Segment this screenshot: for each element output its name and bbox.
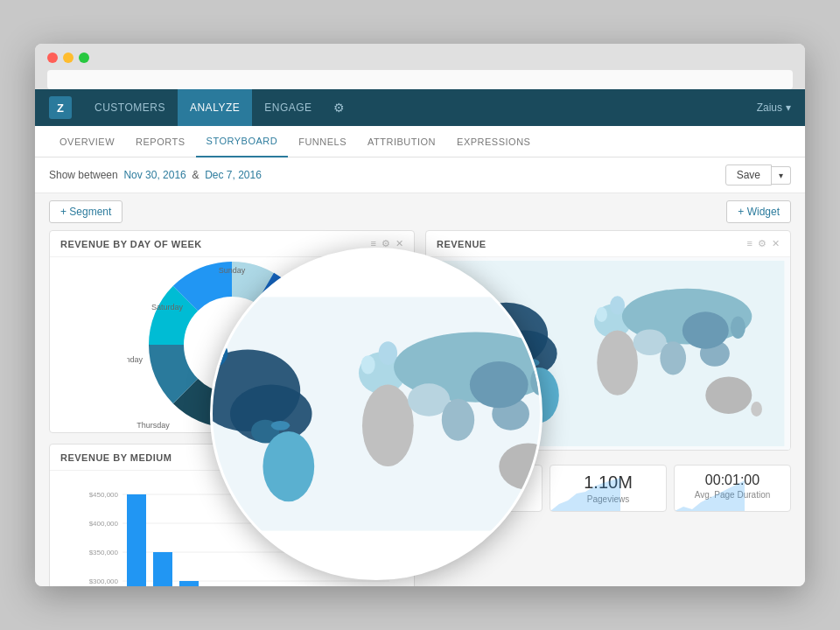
tab-reports[interactable]: REPORTS <box>125 126 195 158</box>
revenue-by-day-widget: REVENUE BY DAY OF WEEK ≡ ⚙ ✕ <box>49 230 415 433</box>
widget-actions: ≡ ⚙ ✕ <box>371 238 403 249</box>
address-bar[interactable] <box>47 70 793 89</box>
visits-sparkline <box>426 476 496 511</box>
date-from[interactable]: Nov 30, 2016 <box>123 169 186 181</box>
close-icon[interactable]: ✕ <box>396 238 403 249</box>
svg-point-39 <box>751 402 762 416</box>
stat-duration: 00:01:00 Avg. Page Duration <box>674 465 791 512</box>
tab-overview[interactable]: OVERVIEW <box>49 126 125 158</box>
svg-rect-18 <box>127 494 146 586</box>
dashboard-grid: REVENUE BY DAY OF WEEK ≡ ⚙ ✕ <box>35 230 805 586</box>
duration-sparkline <box>675 476 745 511</box>
revenue-map-widget: REVENUE ≡ ⚙ ✕ <box>425 230 791 451</box>
save-dropdown-arrow[interactable]: ▾ <box>772 166 791 185</box>
svg-text:Wednesday: Wednesday <box>302 303 337 312</box>
map-body <box>426 257 790 450</box>
tab-funnels[interactable]: FUNNELS <box>288 126 357 158</box>
svg-point-36 <box>682 312 729 348</box>
close-icon[interactable]: ✕ <box>772 238 780 249</box>
svg-text:$350,000: $350,000 <box>89 549 119 556</box>
stat-pageviews: 1.10M Pageviews <box>550 465 667 512</box>
svg-point-29 <box>596 307 607 322</box>
settings-icon[interactable]: ⚙ <box>758 238 766 249</box>
svg-point-30 <box>610 296 625 314</box>
svg-text:Tuesday: Tuesday <box>217 421 248 430</box>
settings-icon[interactable]: ⚙ <box>382 452 390 463</box>
svg-text:Monday: Monday <box>127 355 143 364</box>
left-column: REVENUE BY DAY OF WEEK ≡ ⚙ ✕ <box>49 230 415 586</box>
save-button[interactable]: Save <box>725 164 772 186</box>
action-bar: + Segment + Widget <box>35 193 805 230</box>
nav-user: Zaius ▾ <box>757 102 791 114</box>
widget-actions-map: ≡ ⚙ ✕ <box>747 238 780 249</box>
stats-row: 468.59k Visits 1.10M Pageviews <box>425 465 791 512</box>
svg-text:$450,000: $450,000 <box>89 491 119 499</box>
nav-item-engage[interactable]: ENGAGE <box>252 89 324 126</box>
svg-text:Sunday: Sunday <box>219 266 246 275</box>
bar-chart: $450,000 $400,000 $350,000 $300,000 $250… <box>60 484 403 586</box>
svg-point-34 <box>660 341 686 374</box>
tab-attribution[interactable]: ATTRIBUTION <box>357 126 446 158</box>
add-widget-button[interactable]: + Widget <box>726 200 791 223</box>
add-segment-button[interactable]: + Segment <box>49 200 122 223</box>
minimize-button[interactable] <box>63 52 74 63</box>
svg-marker-43 <box>550 478 620 511</box>
svg-text:Thursday: Thursday <box>136 421 170 430</box>
close-icon[interactable]: ✕ <box>396 452 403 463</box>
nav-logo: Z <box>49 96 72 119</box>
top-nav: Z CUSTOMERS ANALYZE ENGAGE ⚙ Zaius ▾ <box>35 89 805 126</box>
donut-chart-body: Sunday Wednesday Friday Tuesday Thursday… <box>50 257 414 432</box>
svg-marker-42 <box>426 479 496 511</box>
tab-expressions[interactable]: EXPRESSIONS <box>446 126 541 158</box>
svg-point-37 <box>731 317 746 339</box>
browser-window: Z CUSTOMERS ANALYZE ENGAGE ⚙ Zaius ▾ OVE… <box>35 44 805 586</box>
svg-point-40 <box>457 292 490 318</box>
svg-rect-19 <box>153 552 172 586</box>
chevron-down-icon: ▾ <box>786 102 791 114</box>
bar-chart-body: $450,000 $400,000 $350,000 $300,000 $250… <box>50 471 414 586</box>
svg-point-41 <box>525 359 540 366</box>
nav-item-customers[interactable]: CUSTOMERS <box>82 89 178 126</box>
svg-point-27 <box>518 368 559 424</box>
world-map-svg <box>430 261 787 446</box>
show-between-label: Show between Nov 30, 2016 & Dec 7, 2016 <box>49 169 262 181</box>
hamburger-icon[interactable]: ≡ <box>747 238 752 249</box>
svg-text:$400,000: $400,000 <box>89 520 119 528</box>
nav-item-analyze[interactable]: ANALYZE <box>178 89 252 126</box>
widget-title-day: REVENUE BY DAY OF WEEK <box>60 239 202 249</box>
date-to[interactable]: Dec 7, 2016 <box>205 169 262 181</box>
widget-actions-medium: ≡ ⚙ ✕ <box>371 452 403 463</box>
svg-point-38 <box>705 377 752 414</box>
svg-text:Friday: Friday <box>298 364 320 373</box>
settings-icon[interactable]: ⚙ <box>382 238 390 249</box>
tab-storyboard[interactable]: STORYBOARD <box>196 126 289 158</box>
dashboard-content: REVENUE BY DAY OF WEEK ≡ ⚙ ✕ <box>35 230 805 586</box>
browser-traffic-lights <box>47 52 793 63</box>
hamburger-icon[interactable]: ≡ <box>371 238 376 249</box>
widget-header-medium: REVENUE BY MEDIUM ≡ ⚙ ✕ <box>50 444 414 471</box>
donut-chart: Sunday Wednesday Friday Tuesday Thursday… <box>127 257 337 432</box>
svg-marker-44 <box>675 480 745 511</box>
svg-text:$300,000: $300,000 <box>89 578 119 585</box>
stat-visits: 468.59k Visits <box>425 465 542 512</box>
sub-nav: OVERVIEW REPORTS STORYBOARD FUNNELS ATTR… <box>35 126 805 158</box>
widget-title-map: REVENUE <box>437 239 486 249</box>
hamburger-icon[interactable]: ≡ <box>371 452 376 463</box>
date-toolbar: Show between Nov 30, 2016 & Dec 7, 2016 … <box>35 158 805 193</box>
widget-title-medium: REVENUE BY MEDIUM <box>60 452 172 463</box>
widget-header: REVENUE BY DAY OF WEEK ≡ ⚙ ✕ <box>50 231 414 257</box>
svg-point-31 <box>597 331 638 396</box>
pageviews-sparkline <box>550 476 620 511</box>
revenue-by-medium-widget: REVENUE BY MEDIUM ≡ ⚙ ✕ $450,000 $400,00… <box>49 444 415 586</box>
browser-chrome <box>35 44 805 89</box>
svg-text:Saturday: Saturday <box>151 303 184 312</box>
gear-icon[interactable]: ⚙ <box>325 101 354 115</box>
svg-rect-20 <box>179 581 199 586</box>
maximize-button[interactable] <box>79 52 89 63</box>
widget-header-map: REVENUE ≡ ⚙ ✕ <box>426 231 790 257</box>
right-column: REVENUE ≡ ⚙ ✕ <box>425 230 791 586</box>
close-button[interactable] <box>47 52 58 63</box>
